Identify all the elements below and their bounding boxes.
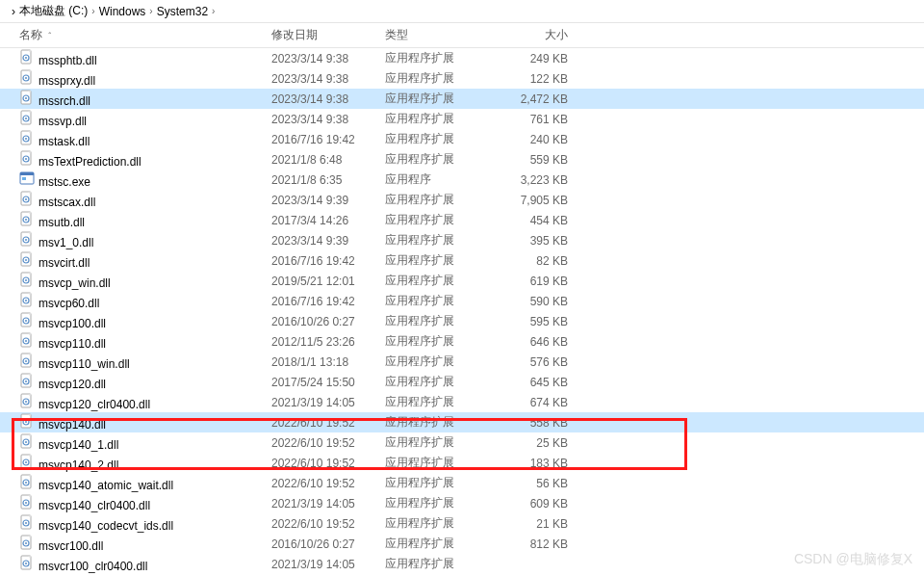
file-row[interactable]: msvcp120.dll2017/5/24 15:50应用程序扩展645 KB	[0, 372, 924, 392]
file-size-cell: 25 KB	[500, 436, 587, 450]
file-size-cell: 3,223 KB	[500, 173, 587, 187]
file-name-label: msvcp140_atomic_wait.dll	[38, 479, 173, 492]
file-date-cell: 2016/7/16 19:42	[271, 254, 385, 268]
file-row[interactable]: mssphtb.dll2023/3/14 9:38应用程序扩展249 KB	[0, 48, 924, 68]
file-name-label: msvcp140_2.dll	[38, 458, 118, 472]
svg-point-86	[25, 482, 27, 484]
file-name-label: mssvp.dll	[38, 115, 87, 128]
svg-point-70	[25, 401, 27, 403]
column-header-type[interactable]: 类型	[385, 27, 500, 43]
dll-icon	[19, 353, 35, 368]
file-row[interactable]: msvcp140_1.dll2022/6/10 19:52应用程序扩展25 KB	[0, 432, 924, 453]
dll-icon	[19, 393, 35, 408]
crumb-drive[interactable]: 本地磁盘 (C:)	[19, 3, 88, 19]
file-row[interactable]: msvcp140_codecvt_ids.dll2022/6/10 19:52应…	[0, 513, 924, 534]
dll-icon	[19, 555, 35, 570]
file-row[interactable]: msvcp140_clr0400.dll2021/3/19 14:05应用程序扩…	[0, 493, 924, 513]
file-date-cell: 2023/3/14 9:38	[271, 113, 385, 126]
file-type-cell: 应用程序扩展	[385, 192, 500, 208]
file-row[interactable]: msvcp100.dll2016/10/26 0:27应用程序扩展595 KB	[0, 311, 924, 331]
dll-icon	[19, 373, 35, 388]
file-type-cell: 应用程序扩展	[385, 333, 500, 350]
file-row[interactable]: msvcp140_atomic_wait.dll2022/6/10 19:52应…	[0, 473, 924, 493]
crumb-sep: ›	[149, 6, 152, 16]
file-name-cell: msvcp60.dll	[19, 292, 271, 310]
file-row[interactable]: msvcp120_clr0400.dll2021/3/19 14:05应用程序扩…	[0, 392, 924, 412]
file-size-cell: 646 KB	[500, 335, 587, 349]
file-type-cell: 应用程序扩展	[385, 353, 500, 370]
crumb-windows[interactable]: Windows	[99, 5, 146, 18]
file-size-cell: 122 KB	[500, 72, 587, 86]
crumb-system32[interactable]: System32	[157, 5, 208, 18]
dll-icon	[19, 49, 35, 65]
file-size-cell: 558 KB	[500, 416, 587, 430]
file-row[interactable]: msv1_0.dll2023/3/14 9:39应用程序扩展395 KB	[0, 230, 924, 250]
file-name-cell: mssvp.dll	[19, 110, 271, 128]
file-date-cell: 2017/5/24 15:50	[271, 376, 385, 389]
file-name-label: msv1_0.dll	[38, 236, 93, 249]
file-size-cell: 183 KB	[500, 457, 587, 470]
file-date-cell: 2021/3/19 14:05	[271, 396, 385, 409]
dll-icon	[19, 535, 35, 550]
svg-point-46	[25, 279, 27, 281]
file-list[interactable]: mssphtb.dll2023/3/14 9:38应用程序扩展249 KBmss…	[0, 48, 924, 574]
file-row[interactable]: mssprxy.dll2023/3/14 9:38应用程序扩展122 KB	[0, 68, 924, 89]
svg-point-15	[25, 118, 27, 119]
svg-point-78	[25, 441, 27, 443]
file-date-cell: 2016/10/26 0:27	[271, 315, 385, 328]
file-name-cell: msvcp110_win.dll	[19, 353, 271, 371]
file-date-cell: 2016/7/16 19:42	[271, 295, 385, 308]
file-row[interactable]: msutb.dll2017/3/4 14:26应用程序扩展454 KB	[0, 210, 924, 230]
dll-icon	[19, 433, 35, 449]
file-type-cell: 应用程序扩展	[385, 495, 500, 511]
file-row[interactable]: mstask.dll2016/7/16 19:42应用程序扩展240 KB	[0, 129, 924, 149]
file-row[interactable]: msvcp60.dll2016/7/16 19:42应用程序扩展590 KB	[0, 291, 924, 311]
breadcrumb[interactable]: › 本地磁盘 (C:) › Windows › System32 ›	[0, 0, 924, 23]
file-name-label: mssprxy.dll	[38, 74, 95, 88]
svg-point-102	[25, 563, 27, 564]
dll-icon	[19, 130, 35, 145]
file-date-cell: 2017/3/4 14:26	[271, 214, 385, 227]
file-name-label: mstsc.exe	[38, 175, 90, 189]
crumb-sep: ›	[12, 5, 15, 18]
file-row[interactable]: mssrch.dll2023/3/14 9:38应用程序扩展2,472 KB	[0, 89, 924, 109]
file-name-label: msvcp60.dll	[38, 297, 99, 310]
file-date-cell: 2021/3/19 14:05	[271, 558, 385, 571]
file-size-cell: 812 KB	[500, 537, 587, 551]
dll-icon	[19, 332, 35, 348]
file-date-cell: 2018/1/1 13:18	[271, 355, 385, 369]
file-row[interactable]: msTextPrediction.dll2021/1/8 6:48应用程序扩展5…	[0, 149, 924, 170]
file-row[interactable]: msvcirt.dll2016/7/16 19:42应用程序扩展82 KB	[0, 250, 924, 271]
file-name-cell: msvcp_win.dll	[19, 272, 271, 290]
dll-icon	[19, 474, 35, 489]
file-row[interactable]: msvcp140_2.dll2022/6/10 19:52应用程序扩展183 K…	[0, 453, 924, 473]
file-row[interactable]: msvcp110.dll2012/11/5 23:26应用程序扩展646 KB	[0, 331, 924, 352]
file-row[interactable]: msvcr100_clr0400.dll2021/3/19 14:05应用程序扩…	[0, 554, 924, 574]
file-row[interactable]: msvcr100.dll2016/10/26 0:27应用程序扩展812 KB	[0, 534, 924, 554]
file-row[interactable]: msvcp110_win.dll2018/1/1 13:18应用程序扩展576 …	[0, 352, 924, 372]
file-date-cell: 2022/6/10 19:52	[271, 477, 385, 490]
file-size-cell: 595 KB	[500, 315, 587, 328]
column-header-date[interactable]: 修改日期	[271, 27, 385, 43]
file-name-cell: mstsc.exe	[19, 170, 271, 189]
file-row[interactable]: mssvp.dll2023/3/14 9:38应用程序扩展761 KB	[0, 109, 924, 129]
file-row[interactable]: mstscax.dll2023/3/14 9:39应用程序扩展7,905 KB	[0, 190, 924, 210]
file-date-cell: 2022/6/10 19:52	[271, 436, 385, 450]
file-size-cell: 619 KB	[500, 275, 587, 288]
file-name-label: msvcp_win.dll	[38, 276, 111, 290]
file-row[interactable]: mstsc.exe2021/1/8 6:35应用程序3,223 KB	[0, 170, 924, 190]
column-header-name[interactable]: 名称 ˆ	[19, 27, 271, 43]
file-type-cell: 应用程序扩展	[385, 414, 500, 431]
file-date-cell: 2022/6/10 19:52	[271, 457, 385, 470]
column-header-size[interactable]: 大小	[500, 27, 587, 43]
file-size-cell: 21 KB	[500, 517, 587, 531]
dll-icon	[19, 514, 35, 530]
file-row[interactable]: msvcp_win.dll2019/5/21 12:01应用程序扩展619 KB	[0, 271, 924, 291]
dll-icon	[19, 312, 35, 327]
dll-icon	[19, 90, 35, 105]
file-date-cell: 2012/11/5 23:26	[271, 335, 385, 349]
file-row[interactable]: msvcp140.dll2022/6/10 19:52应用程序扩展558 KB	[0, 412, 924, 432]
column-header-row: 名称 ˆ 修改日期 类型 大小	[0, 23, 924, 48]
file-name-label: msvcirt.dll	[38, 256, 90, 270]
svg-point-62	[25, 360, 27, 362]
